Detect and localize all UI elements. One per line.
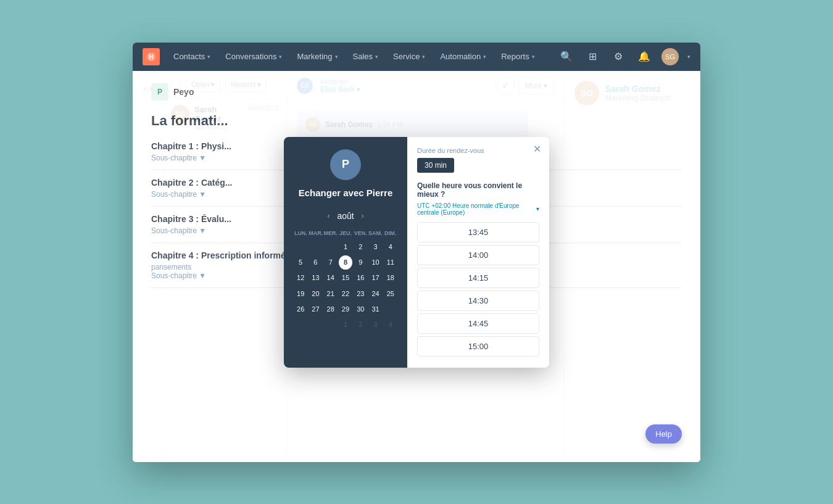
- host-avatar: P: [330, 149, 361, 180]
- prev-month-button[interactable]: ‹: [325, 210, 332, 221]
- calendar-day: [324, 240, 338, 254]
- nav-icons: 🔍 ⊞ ⚙ 🔔 SG ▾: [558, 48, 690, 65]
- peyo-brand: Peyo: [173, 87, 194, 97]
- chevron-down-icon: ▾: [532, 54, 535, 60]
- calendar-day[interactable]: 27: [309, 302, 322, 316]
- duration-label: Durée du rendez-vous: [417, 147, 539, 154]
- current-month: août: [337, 211, 354, 221]
- search-icon[interactable]: 🔍: [558, 48, 575, 65]
- calendar-day[interactable]: 15: [339, 271, 352, 285]
- day-header: MAR.: [309, 229, 323, 238]
- chevron-down-icon: ▾: [536, 205, 539, 212]
- cal-day-headers: LUN.MAR.MER.JEU.VEN.SAM.DIM.: [294, 229, 397, 238]
- scheduling-modal: P Echanger avec Pierre ‹ août › LUN.MAR.…: [284, 137, 549, 368]
- time-question: Quelle heure vous convient le mieux ?: [417, 181, 539, 199]
- calendar-day: 4: [384, 318, 397, 332]
- calendar-day[interactable]: 9: [354, 255, 367, 270]
- chevron-down-icon: ▾: [207, 54, 210, 60]
- calendar-day[interactable]: 8: [339, 255, 352, 270]
- time-slots-list: 13:4514:0014:1514:3014:4515:0015:15: [417, 222, 539, 358]
- chevron-down-icon: ▾: [422, 54, 425, 60]
- calendar-day: [309, 318, 322, 332]
- calendar-day: [294, 318, 307, 332]
- calendar-day[interactable]: 7: [324, 255, 338, 270]
- nav-item-service[interactable]: Service ▾: [387, 48, 431, 65]
- calendar-day[interactable]: 2: [354, 240, 367, 254]
- calendar-day[interactable]: 28: [324, 302, 338, 316]
- nav-item-automation[interactable]: Automation ▾: [434, 48, 492, 65]
- settings-icon[interactable]: ⚙: [610, 48, 627, 65]
- calendar-day[interactable]: 18: [384, 271, 397, 285]
- calendar-day[interactable]: 13: [309, 271, 322, 285]
- calendar-grid: LUN.MAR.MER.JEU.VEN.SAM.DIM. 12345678910…: [294, 229, 397, 333]
- hubspot-nav: H Contacts ▾ Conversations ▾ Marketing ▾…: [133, 43, 700, 71]
- apps-icon[interactable]: ⊞: [584, 48, 601, 65]
- month-nav: ‹ août ›: [294, 210, 397, 221]
- chevron-down-icon: ▾: [483, 54, 486, 60]
- modal-timeslot-panel: ✕ Durée du rendez-vous 30 min Quelle heu…: [407, 137, 549, 368]
- calendar-day: 1: [339, 318, 352, 332]
- next-month-button[interactable]: ›: [359, 210, 367, 221]
- svg-text:H: H: [149, 54, 153, 60]
- help-button[interactable]: Help: [645, 424, 682, 444]
- time-slot[interactable]: 13:45: [417, 222, 539, 242]
- nav-item-conversations[interactable]: Conversations ▾: [219, 48, 288, 65]
- calendar-day[interactable]: 10: [368, 255, 382, 270]
- calendar-day: [384, 302, 397, 316]
- calendar-day[interactable]: 23: [354, 287, 367, 301]
- nav-item-reports[interactable]: Reports ▾: [495, 48, 541, 65]
- hubspot-logo: H: [143, 48, 160, 65]
- calendar-day[interactable]: 17: [368, 271, 382, 285]
- calendar-day: 3: [368, 318, 382, 332]
- user-avatar[interactable]: SG: [661, 48, 679, 65]
- calendar-day[interactable]: 1: [339, 240, 352, 254]
- calendar-day[interactable]: 30: [354, 302, 367, 316]
- browser-window: H Contacts ▾ Conversations ▾ Marketing ▾…: [133, 43, 700, 462]
- day-header: JEU.: [338, 229, 352, 238]
- calendar-day: [324, 318, 338, 332]
- nav-item-marketing[interactable]: Marketing ▾: [291, 48, 344, 65]
- timezone-row: UTC +02:00 Heure normale d'Europe centra…: [417, 202, 539, 216]
- calendar-day[interactable]: 5: [294, 255, 307, 270]
- time-slot[interactable]: 14:00: [417, 245, 539, 265]
- calendar-day[interactable]: 19: [294, 287, 307, 301]
- calendar-day[interactable]: 14: [324, 271, 338, 285]
- time-slot[interactable]: 15:00: [417, 336, 539, 357]
- calendar-day[interactable]: 26: [294, 302, 307, 316]
- peyo-title: La formati...: [151, 113, 682, 129]
- close-icon[interactable]: ✕: [531, 143, 543, 155]
- calendar-day[interactable]: 29: [339, 302, 352, 316]
- calendar-day[interactable]: 4: [384, 240, 397, 254]
- calendar-day[interactable]: 25: [384, 287, 397, 301]
- chevron-down-icon: ▾: [279, 54, 282, 60]
- calendar-day: [309, 240, 322, 254]
- day-header: LUN.: [294, 229, 308, 238]
- duration-badge: 30 min: [417, 158, 454, 173]
- calendar-day[interactable]: 31: [368, 302, 382, 316]
- chevron-down-icon: ▾: [375, 54, 378, 60]
- peyo-header: P Peyo: [151, 83, 682, 101]
- calendar-day[interactable]: 22: [339, 287, 352, 301]
- calendar-day[interactable]: 6: [309, 255, 322, 270]
- nav-item-contacts[interactable]: Contacts ▾: [167, 48, 217, 65]
- day-header: SAM.: [368, 229, 383, 238]
- calendar-day[interactable]: 24: [368, 287, 382, 301]
- notifications-icon[interactable]: 🔔: [636, 48, 653, 65]
- day-header: DIM.: [383, 229, 397, 238]
- calendar-day: 2: [354, 318, 367, 332]
- calendar-day[interactable]: 20: [309, 287, 322, 301]
- host-name: Echanger avec Pierre: [294, 188, 397, 198]
- time-slot[interactable]: 14:30: [417, 291, 539, 311]
- calendar-day: [294, 240, 307, 254]
- user-menu-chevron: ▾: [687, 54, 690, 60]
- time-slot[interactable]: 14:45: [417, 313, 539, 334]
- time-slot[interactable]: 14:15: [417, 268, 539, 288]
- chevron-down-icon: ▾: [335, 54, 338, 60]
- calendar-day[interactable]: 16: [354, 271, 367, 285]
- calendar-day[interactable]: 3: [368, 240, 382, 254]
- nav-item-sales[interactable]: Sales ▾: [347, 48, 385, 65]
- calendar-day[interactable]: 12: [294, 271, 307, 285]
- calendar-day[interactable]: 21: [324, 287, 338, 301]
- calendar-day[interactable]: 11: [384, 255, 397, 270]
- peyo-logo: P: [151, 83, 168, 101]
